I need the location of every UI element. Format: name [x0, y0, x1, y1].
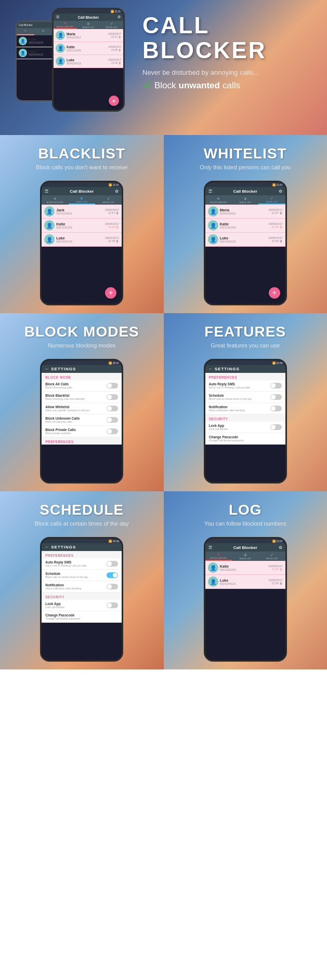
fab-add-button[interactable]: +: [109, 96, 119, 106]
block-modes-section: BLOCK MODES Numerous blocking modes 📶 20…: [0, 313, 164, 491]
fab-blacklist[interactable]: +: [105, 287, 116, 299]
hero-back-tab2: ⊘: [34, 28, 52, 35]
avatar: 👤: [19, 49, 27, 57]
feature-auto-reply: Auto Reply SMS Sorry I am in meeting,I c…: [205, 380, 285, 392]
toggle-sched-auto[interactable]: [107, 561, 118, 567]
sched-change-passcode: Change Passcode Change call blocker pass…: [42, 611, 122, 623]
toggle-allow-whitelist[interactable]: [107, 406, 118, 411]
sched-notification: Notification Show notification after blo…: [42, 581, 122, 593]
setting-block-unknown: Block Unknown Calls Block all unknown ca…: [42, 414, 122, 426]
wl-tab-history: ✕ BLOCK HISTORY: [205, 195, 232, 205]
hero-calls-text: calls: [223, 80, 240, 91]
hero-contact-maria: 👤 Maria 5234123312 19/06/2017 21:57 🗑: [54, 29, 123, 42]
contact-katie: 👤 Katie 5321231233 19/06/2017 21:56 🗑: [42, 219, 122, 233]
whitelist-label-area: WHITELIST Only this listed persons can c…: [164, 135, 328, 176]
hero-main-title: Call Blocker: [78, 16, 99, 19]
avatar: 👤: [208, 220, 218, 231]
hero-text: CALL BLOCKER Never be disturbed by annoy…: [142, 13, 319, 92]
tab-whitelist: ✓ WHITE LIST: [95, 195, 122, 205]
schedule-prefs-label: PREFERENCES: [42, 551, 122, 558]
contact-luke: 👤 Luke 5324234123 19/06/2017 21:56 🗑: [42, 233, 122, 247]
toggle-schedule[interactable]: [270, 394, 282, 400]
block-mode-section-label: BLOCK MODE: [42, 373, 122, 380]
sched-schedule: Schedule Block calls at certain times of…: [42, 570, 122, 581]
blacklist-section: BLACKLIST Block calls you don't want to …: [0, 135, 164, 313]
setting-block-private: Block Private Calls Block private number…: [42, 426, 122, 437]
tab-block-history: ✕ BLOCK HISTORY: [42, 195, 68, 205]
hero-title: CALL BLOCKER: [142, 13, 319, 63]
log-tab-history-active: ✕ BLOCK HISTORY: [205, 552, 232, 561]
avatar: 👤: [44, 206, 55, 217]
block-modes-back-icon: ←: [45, 367, 49, 371]
log-subtitle: You can follow blocked numbers: [172, 520, 320, 527]
hero-block-text: Block: [154, 80, 176, 91]
features-phone: 📶 20:39 ← SETTINGS PREFERENCES Auto Repl…: [204, 359, 287, 484]
blacklist-phone-appname: Call Blocker: [70, 189, 94, 194]
toggle-sched-schedule[interactable]: [107, 572, 118, 578]
features-label-area: FEATURES Great features you can use: [164, 313, 328, 354]
sched-lock-app: Lock App Lock call blocker: [42, 600, 122, 611]
back-phone-title: Call Blocker: [19, 23, 33, 26]
avatar: 👤: [208, 234, 218, 245]
avatar: 👤: [44, 234, 55, 245]
hero-main-tab-history: ✕ BLOCK HISTORY: [54, 21, 77, 29]
blacklist-phone: 📶 21:57 ☰ Call Blocker ⚙ ✕ BLOCK HISTORY…: [40, 181, 123, 305]
whitelist-appname: Call Blocker: [233, 189, 257, 194]
features-settings-title: SETTINGS: [215, 367, 240, 371]
hero-contact-luke: 👤 Luke 5324234123 19/06/2017 21:56 🗑: [54, 55, 123, 68]
avatar: 👤: [208, 562, 218, 573]
feature-schedule: Schedule Block calls at certain times of…: [205, 392, 285, 403]
feature-change-passcode: Change Passcode Change call blocker pass…: [205, 433, 285, 445]
log-menu-icon: ☰: [208, 545, 212, 550]
hero-main-tab-whitelist: ✓ WHITE LIST: [100, 21, 123, 29]
schedule-subtitle: Block calls at certain times of the day: [8, 520, 156, 527]
toggle-auto-reply[interactable]: [270, 383, 282, 388]
hero-section: Call Blocker ⚙ ✕ ⊘ ✓ 👤 Katie 5321231233 …: [0, 0, 327, 135]
blacklist-phone-menu: ☰: [45, 189, 48, 194]
block-modes-label-area: BLOCK MODES Numerous blocking modes: [0, 313, 164, 354]
avatar: 👤: [19, 37, 27, 45]
fab-whitelist[interactable]: +: [269, 287, 280, 299]
schedule-label-area: SCHEDULE Block calls at certain times of…: [0, 491, 164, 532]
toggle-block-private[interactable]: [107, 428, 118, 434]
hero-back-tab1: ✕: [17, 28, 34, 35]
log-contact-katie: 👤 Katie 5321231233 19/06/2017 21:56 🗑: [205, 561, 285, 575]
schedule-log-row: SCHEDULE Block calls at certain times of…: [0, 491, 327, 669]
sched-security-label: SECURITY: [42, 593, 122, 600]
toggle-lock-app[interactable]: [270, 424, 282, 430]
schedule-phone-container: 📶 20:39 ← SETTINGS PREFERENCES Auto Repl…: [0, 532, 164, 669]
wl-tab-whitelist-active: ✓ WHITE LIST: [258, 195, 285, 205]
contact-jack: 👤 Jack 4123123321 19/06/2017 21:57 🗑: [42, 205, 122, 219]
features-section: FEATURES Great features you can use 📶 20…: [164, 313, 328, 491]
whitelist-phone-container: 📶 21:57 ☰ Call Blocker ⚙ ✕ BLOCK HISTORY…: [164, 176, 328, 313]
schedule-section: SCHEDULE Block calls at certain times of…: [0, 491, 164, 669]
hero-main-settings-icon: ⚙: [117, 15, 121, 19]
toggle-sched-lock[interactable]: [107, 602, 118, 608]
log-label-area: LOG You can follow blocked numbers: [164, 491, 328, 532]
setting-block-all: Block All Calls Block all incoming calls: [42, 380, 122, 392]
avatar: 👤: [56, 57, 65, 66]
hero-subtitle-bold-line: ✓ Block unwanted calls: [142, 79, 319, 92]
blacklist-phone-container: 📶 21:57 ☰ Call Blocker ⚙ ✕ BLOCK HISTORY…: [0, 176, 164, 313]
block-modes-phone: 📶 20:37 ← SETTINGS BLOCK MODE Block All …: [40, 359, 123, 484]
toggle-notification[interactable]: [270, 406, 282, 411]
tab-blacklist-active: ⊘ BLACK LIST: [69, 195, 95, 205]
whitelist-title: WHITELIST: [172, 145, 320, 162]
toggle-sched-notification[interactable]: [107, 584, 118, 589]
blacklist-whitelist-row: BLACKLIST Block calls you don't want to …: [0, 135, 327, 313]
toggle-block-blacklist[interactable]: [107, 394, 118, 400]
block-modes-phone-container: 📶 20:37 ← SETTINGS BLOCK MODE Block All …: [0, 354, 164, 491]
features-subtitle: Great features you can use: [172, 342, 320, 348]
wl-contact-maria: 👤 Maria 5234123312 19/06/2017 21:57 🗑: [205, 205, 285, 219]
wl-contact-katie: 👤 Katie 5321231233 19/06/2017 21:56 🗑: [205, 219, 285, 233]
hero-phone-main: 📶 21:57 ☰ Call Blocker ⚙ ✕ BLOCK HISTORY…: [52, 8, 125, 112]
toggle-block-all[interactable]: [107, 383, 118, 388]
wl-contact-luke: 👤 Luke 5324234123 19/06/2017 21:56 🗑: [205, 233, 285, 247]
schedule-back-icon: ←: [45, 545, 49, 549]
whitelist-settings-icon: ⚙: [279, 189, 282, 194]
log-settings-icon: ⚙: [279, 545, 282, 550]
toggle-block-unknown[interactable]: [107, 417, 118, 423]
features-phone-container: 📶 20:39 ← SETTINGS PREFERENCES Auto Repl…: [164, 354, 328, 491]
feature-lock-app: Lock App Lock call blocker: [205, 422, 285, 433]
avatar: 👤: [44, 220, 55, 231]
